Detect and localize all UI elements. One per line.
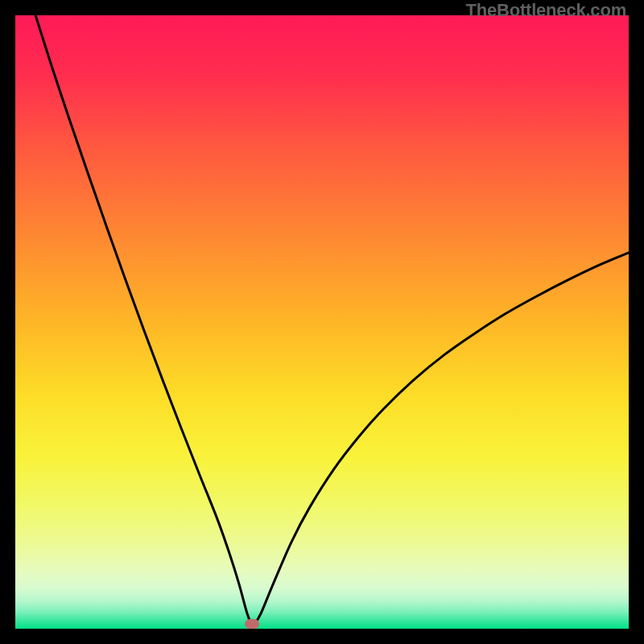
chart-frame [15,15,629,629]
watermark-text: TheBottleneck.com [465,0,626,21]
vertex-marker [245,619,259,629]
marker-layer [15,15,629,629]
